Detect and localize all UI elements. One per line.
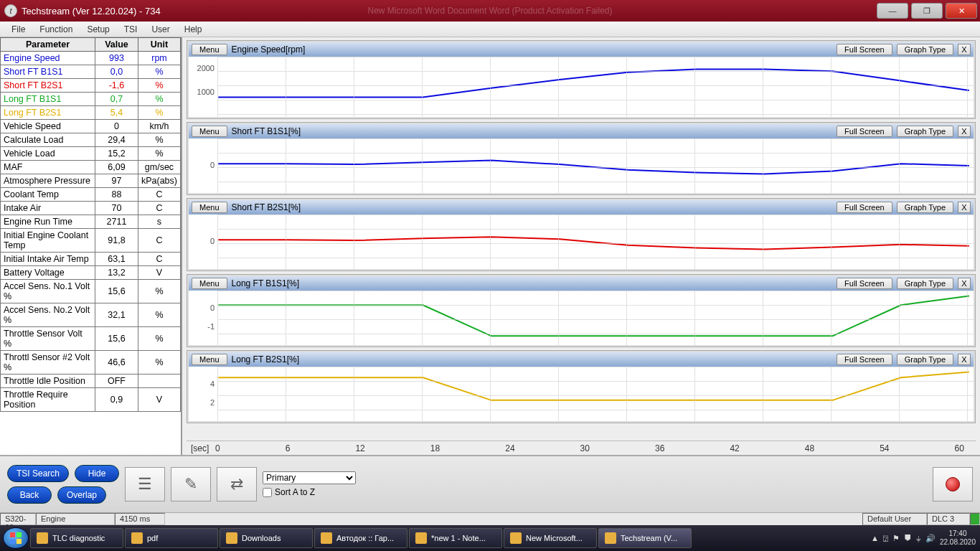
- x-tick: 42: [730, 443, 739, 453]
- taskbar-item[interactable]: Автодок :: Гар...: [314, 528, 407, 548]
- tray-shield-icon[interactable]: ⛊: [904, 534, 912, 542]
- full-screen-button[interactable]: Full Screen: [837, 354, 892, 365]
- col-value[interactable]: Value: [95, 38, 138, 52]
- chart-2: Menu Short FT B2S1[%] Full Screen Graph …: [187, 198, 976, 271]
- svg-rect-0: [10, 532, 15, 537]
- graph-type-button[interactable]: Graph Type: [897, 126, 953, 137]
- graph-type-button[interactable]: Graph Type: [897, 44, 953, 55]
- chart-close-button[interactable]: X: [958, 278, 971, 289]
- col-unit[interactable]: Unit: [138, 38, 180, 52]
- taskbar: TLC diagnosticpdfDownloadsАвтодок :: Гар…: [0, 525, 980, 551]
- taskbar-item[interactable]: *new 1 - Note...: [409, 528, 502, 548]
- chart-close-button[interactable]: X: [958, 126, 971, 137]
- chart-menu-button[interactable]: Menu: [192, 202, 227, 213]
- chart-close-button[interactable]: X: [958, 202, 971, 213]
- tool-icon-1[interactable]: ✎: [171, 467, 211, 501]
- primary-dropdown[interactable]: Primary: [263, 471, 356, 484]
- chart-menu-button[interactable]: Menu: [192, 44, 227, 55]
- x-tick: 30: [580, 443, 590, 453]
- x-axis-row: [sec] 06121824303642485460: [187, 441, 976, 455]
- table-row[interactable]: MAF6,09gm/sec: [1, 161, 181, 174]
- sort-checkbox-label[interactable]: Sort A to Z: [263, 487, 356, 497]
- table-row[interactable]: Battery Voltage13,2V: [1, 266, 181, 280]
- chart-close-button[interactable]: X: [958, 44, 971, 55]
- system-tray[interactable]: ▲ ⍰ ⚑ ⛊ ⏚ 🔊 17:40 22.08.2020: [871, 529, 980, 547]
- x-tick: 12: [355, 443, 364, 453]
- table-row[interactable]: Coolant Temp88C: [1, 188, 181, 202]
- chart-panel: Menu Engine Speed[rpm] Full Screen Graph…: [182, 37, 980, 455]
- menu-function[interactable]: Function: [32, 24, 80, 34]
- tray-up-icon[interactable]: ▲: [871, 534, 879, 542]
- taskbar-item-icon: [226, 532, 237, 544]
- tray-net-icon[interactable]: ⏚: [916, 534, 921, 542]
- taskbar-item[interactable]: TLC diagnostic: [30, 528, 123, 548]
- chart-title: Engine Speed[rpm]: [232, 44, 306, 55]
- table-row[interactable]: Throttl Sensor #2 Volt %46,6%: [1, 351, 181, 375]
- tray-help-icon[interactable]: ⍰: [883, 534, 888, 542]
- sort-checkbox[interactable]: [263, 488, 272, 497]
- full-screen-button[interactable]: Full Screen: [837, 126, 892, 137]
- overlap-button[interactable]: Overlap: [57, 486, 106, 504]
- table-row[interactable]: Throttle Idle PositionOFF: [1, 375, 181, 388]
- tray-flag-icon[interactable]: ⚑: [892, 534, 900, 543]
- close-button[interactable]: ✕: [946, 3, 977, 19]
- table-row[interactable]: Calculate Load29,4%: [1, 133, 181, 147]
- record-icon: [946, 477, 960, 491]
- record-button[interactable]: [933, 467, 973, 501]
- table-row[interactable]: Long FT B2S15,4%: [1, 106, 181, 120]
- table-row[interactable]: Throttle Require Position0,9V: [1, 388, 181, 412]
- tray-vol-icon[interactable]: 🔊: [925, 534, 936, 543]
- hide-button[interactable]: Hide: [75, 465, 119, 482]
- table-row[interactable]: Long FT B1S10,7%: [1, 93, 181, 106]
- menu-file[interactable]: File: [4, 24, 32, 34]
- back-button[interactable]: Back: [7, 486, 52, 504]
- table-row[interactable]: Accel Sens. No.1 Volt %15,6%: [1, 280, 181, 303]
- graph-type-button[interactable]: Graph Type: [897, 278, 953, 289]
- chart-menu-button[interactable]: Menu: [192, 126, 227, 137]
- datalist-icon[interactable]: ☰: [125, 467, 165, 501]
- chart-title: Short FT B1S1[%]: [232, 126, 301, 136]
- graph-type-button[interactable]: Graph Type: [897, 354, 953, 365]
- chart-title: Long FT B1S1[%]: [232, 278, 300, 288]
- table-row[interactable]: Short FT B1S10,0%: [1, 65, 181, 79]
- maximize-button[interactable]: ❐: [911, 3, 943, 19]
- table-row[interactable]: Throttle Sensor Volt %15,6%: [1, 327, 181, 351]
- table-row[interactable]: Engine Speed993rpm: [1, 52, 181, 65]
- full-screen-button[interactable]: Full Screen: [837, 278, 892, 289]
- menu-help[interactable]: Help: [177, 24, 209, 34]
- x-tick: 36: [655, 443, 664, 453]
- status-dlc: DLC 3: [927, 513, 970, 525]
- full-screen-button[interactable]: Full Screen: [837, 202, 892, 213]
- graph-type-button[interactable]: Graph Type: [897, 202, 953, 213]
- full-screen-button[interactable]: Full Screen: [837, 44, 892, 55]
- table-row[interactable]: Vehicle Speed0km/h: [1, 120, 181, 133]
- parameter-table[interactable]: Parameter Value Unit Engine Speed993rpmS…: [0, 37, 181, 412]
- chart-menu-button[interactable]: Menu: [192, 278, 227, 289]
- table-row[interactable]: Intake Air70C: [1, 202, 181, 215]
- taskbar-item[interactable]: New Microsoft...: [504, 528, 597, 548]
- minimize-button[interactable]: —: [877, 3, 908, 19]
- menu-setup[interactable]: Setup: [80, 24, 116, 34]
- taskbar-clock[interactable]: 17:40 22.08.2020: [940, 529, 976, 547]
- col-parameter[interactable]: Parameter: [1, 38, 95, 52]
- table-row[interactable]: Initial Intake Air Temp63,1C: [1, 253, 181, 266]
- chart-1: Menu Short FT B1S1[%] Full Screen Graph …: [187, 122, 976, 195]
- table-row[interactable]: Vehicle Load15,2%: [1, 147, 181, 161]
- status-user: Default User: [862, 513, 927, 525]
- chart-menu-button[interactable]: Menu: [192, 354, 227, 365]
- table-row[interactable]: Engine Run Time2711s: [1, 215, 181, 229]
- menu-user[interactable]: User: [144, 24, 176, 34]
- tsi-search-button[interactable]: TSI Search: [7, 465, 69, 482]
- menu-tsi[interactable]: TSI: [117, 24, 145, 34]
- tool-icon-2[interactable]: ⇄: [217, 467, 257, 501]
- start-button[interactable]: [3, 527, 29, 549]
- table-row[interactable]: Short FT B2S1-1,6%: [1, 79, 181, 93]
- table-row[interactable]: Atmosphere Pressure97kPa(abs): [1, 174, 181, 188]
- taskbar-item[interactable]: Techstream (V...: [598, 528, 692, 548]
- table-row[interactable]: Initial Engine Coolant Temp91,8C: [1, 229, 181, 253]
- table-row[interactable]: Accel Sens. No.2 Volt %32,1%: [1, 303, 181, 327]
- menubar: File Function Setup TSI User Help: [0, 22, 980, 37]
- taskbar-item[interactable]: pdf: [125, 528, 218, 548]
- taskbar-item[interactable]: Downloads: [220, 528, 313, 548]
- chart-close-button[interactable]: X: [958, 354, 971, 365]
